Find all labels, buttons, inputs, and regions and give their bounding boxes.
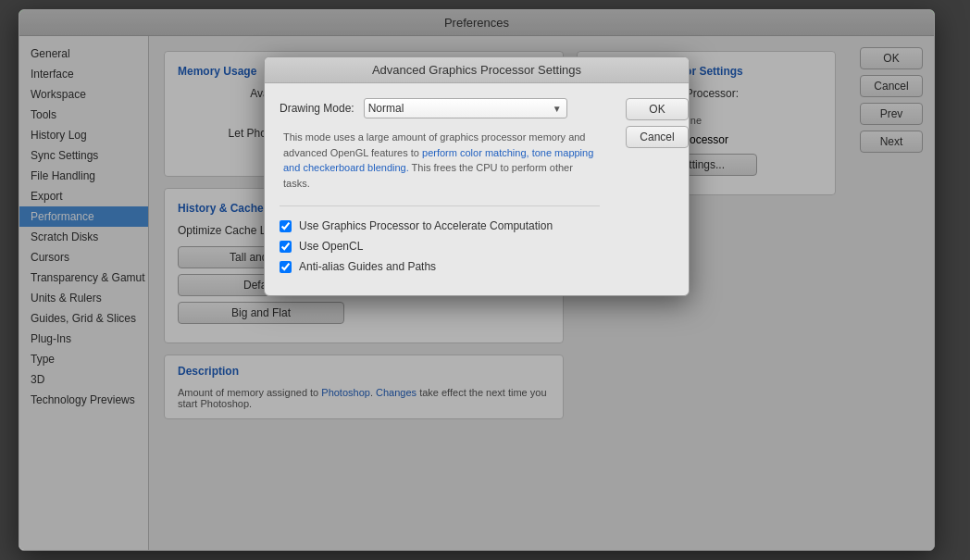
mode-desc-highlight: perform color matching, tone mapping and… — [283, 147, 593, 174]
drawing-mode-label: Drawing Mode: — [280, 102, 354, 115]
mode-description: This mode uses a large amount of graphic… — [280, 130, 600, 191]
anti-alias-checkbox[interactable] — [280, 261, 292, 273]
advanced-dialog-overlay: Advanced Graphics Processor Settings Dra… — [19, 10, 934, 550]
advanced-dialog-title: Advanced Graphics Processor Settings — [372, 63, 581, 77]
drawing-mode-select-wrapper: Basic Normal Advanced ▼ — [364, 98, 567, 118]
anti-alias-label: Anti-alias Guides and Paths — [299, 260, 436, 273]
advanced-dialog-buttons: OK Cancel — [615, 83, 689, 295]
anti-alias-row: Anti-alias Guides and Paths — [280, 260, 600, 273]
advanced-dialog-titlebar: Advanced Graphics Processor Settings — [265, 57, 689, 83]
advanced-graphics-dialog: Advanced Graphics Processor Settings Dra… — [264, 56, 690, 296]
use-gpu-accelerate-label: Use Graphics Processor to Accelerate Com… — [299, 219, 553, 232]
advanced-ok-button[interactable]: OK — [626, 98, 689, 120]
preferences-dialog: Preferences General Interface Workspace … — [19, 9, 935, 551]
use-opencl-row: Use OpenCL — [280, 240, 600, 253]
use-opencl-label: Use OpenCL — [299, 240, 363, 253]
advanced-checkboxes: Use Graphics Processor to Accelerate Com… — [280, 205, 600, 273]
use-gpu-accelerate-row: Use Graphics Processor to Accelerate Com… — [280, 219, 600, 232]
use-opencl-checkbox[interactable] — [280, 241, 292, 253]
drawing-mode-row: Drawing Mode: Basic Normal Advanced ▼ — [280, 98, 600, 118]
use-gpu-accelerate-checkbox[interactable] — [280, 220, 292, 232]
advanced-cancel-button[interactable]: Cancel — [626, 126, 689, 148]
drawing-mode-select[interactable]: Basic Normal Advanced — [364, 98, 567, 118]
